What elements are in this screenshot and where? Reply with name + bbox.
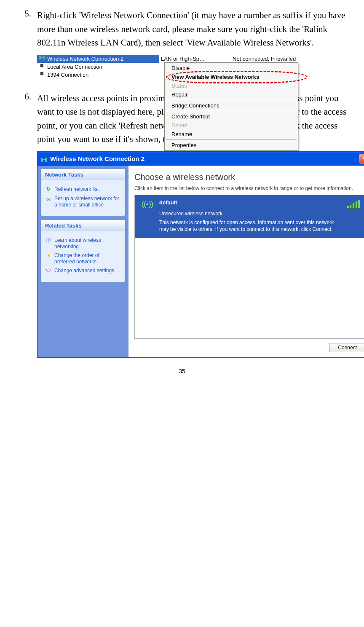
menu-rename[interactable]: Rename [166,130,297,139]
network-tasks-panel: Network Tasks Refresh network list Set u… [41,169,125,216]
refresh-network-list[interactable]: Refresh network list [45,186,121,193]
star-icon [45,252,52,259]
menu-properties[interactable]: Properties [166,141,297,150]
menu-separator [166,100,297,100]
menu-separator [166,139,297,140]
connection-wireless[interactable]: Wireless Network Connection 2 [37,55,159,63]
task-label: Change advanced settings [54,268,114,274]
network-item-default[interactable]: ((•)) default Unsecured wireless network… [135,195,364,238]
network-warning: This network is configured for open acce… [159,219,343,233]
connection-lan[interactable]: Local Area Connection [37,63,159,71]
step-5-text: Right-click 'Wireless Network Connection… [37,8,347,50]
change-network-order[interactable]: Change the order of preferred networks [45,252,121,265]
titlebar: Wireless Network Connection 2 × [37,152,364,166]
signal-strength-icon [347,200,360,209]
step-6-number: 6. [17,91,37,146]
lan-icon [39,72,46,78]
connect-button[interactable]: Connect [329,343,364,352]
close-button[interactable]: × [359,154,364,163]
connection-label: Local Area Connection [47,64,102,70]
panel-header: Network Tasks [41,169,125,180]
task-label: Learn about wireless networking [54,237,121,250]
menu-repair[interactable]: Repair [166,90,297,99]
main-description: Click an item in the list below to conne… [134,185,364,191]
setup-wireless-network[interactable]: Set up a wireless network for a home or … [45,196,121,208]
main-title: Choose a wireless network [134,172,364,182]
wifi-signal-icon: ((•)) [140,199,155,233]
menu-disable[interactable]: Disable [166,64,297,72]
setup-icon [45,196,52,202]
sidebar: Network Tasks Refresh network list Set u… [37,166,128,357]
step-5: 5. Right-click 'Wireless Network Connect… [17,8,347,50]
connection-type: LAN or High-Sp… [159,55,231,63]
task-label: Change the order of preferred networks [54,252,121,265]
related-tasks-panel: Related Tasks Learn about wireless netwo… [41,220,125,282]
shield-icon [45,268,52,274]
menu-shortcut[interactable]: Create Shortcut [166,112,297,121]
connections-list: Wireless Network Connection 2 Local Area… [37,55,159,79]
window-title: Wireless Network Connection 2 [50,155,145,162]
info-icon [45,237,52,244]
menu-bridge[interactable]: Bridge Connections [166,101,297,110]
connection-status: Not connected, Firewalled [231,55,347,63]
screenshot-network-connections: Wireless Network Connection 2 Local Area… [37,55,347,79]
network-list: ((•)) default Unsecured wireless network… [134,195,364,339]
main-panel: Choose a wireless network Click an item … [128,166,364,357]
context-menu: Disable View Available Wireless Networks… [164,62,298,151]
wifi-icon [39,56,46,62]
menu-separator [166,111,297,111]
page-number: 35 [17,368,347,375]
network-name: default [159,199,343,206]
learn-wireless[interactable]: Learn about wireless networking [45,237,121,250]
connection-label: Wireless Network Connection 2 [47,56,123,62]
change-advanced-settings[interactable]: Change advanced settings [45,268,121,274]
panel-header: Related Tasks [41,220,125,231]
menu-status: Status [166,81,297,90]
menu-delete: Delete [166,121,297,130]
wifi-icon [41,155,48,162]
network-status: Unsecured wireless network [159,211,343,217]
task-label: Refresh network list [54,186,99,193]
task-label: Set up a wireless network for a home or … [54,196,121,208]
step-5-number: 5. [17,8,37,50]
lan-icon [39,64,46,70]
refresh-icon [45,186,52,193]
menu-view-networks[interactable]: View Available Wireless Networks [166,72,297,81]
connection-1394[interactable]: 1394 Connection [37,71,159,79]
screenshot-wireless-dialog: Wireless Network Connection 2 × Network … [37,151,364,358]
connection-label: 1394 Connection [47,72,88,78]
